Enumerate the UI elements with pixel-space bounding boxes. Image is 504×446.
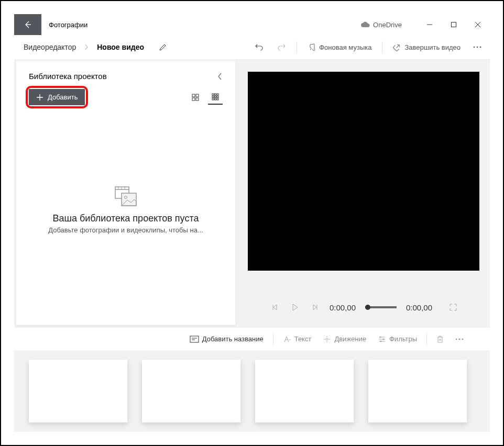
- storyboard-slot[interactable]: [29, 360, 127, 422]
- svg-rect-9: [196, 98, 199, 101]
- grid-large-button[interactable]: [188, 90, 203, 105]
- export-icon: [393, 43, 401, 51]
- grid-small-button[interactable]: [208, 90, 223, 105]
- cloud-icon: [360, 21, 370, 28]
- text-button[interactable]: Текст: [279, 333, 316, 345]
- ellipsis-icon: [455, 338, 464, 340]
- svg-rect-2: [452, 23, 456, 27]
- maximize-icon: [451, 21, 457, 28]
- redo-icon: [277, 42, 286, 52]
- app-window: Фотографии OneDrive Видеоредактор Новое …: [14, 14, 490, 432]
- library-title: Библиотека проектов: [29, 72, 107, 81]
- separator: [273, 333, 273, 345]
- more-button[interactable]: [469, 39, 486, 55]
- svg-rect-17: [215, 98, 216, 100]
- finish-video-button[interactable]: Завершить видео: [389, 40, 465, 54]
- plus-icon: [36, 94, 43, 101]
- empty-subtitle: Добавьте фотографии и видеоклипы, чтобы …: [48, 226, 203, 234]
- minimize-button[interactable]: [418, 14, 442, 35]
- breadcrumb-root[interactable]: Видеоредактор: [20, 41, 79, 53]
- breadcrumb: Видеоредактор Новое видео: [20, 41, 167, 53]
- undo-button[interactable]: [250, 39, 268, 55]
- step-back-icon: [272, 304, 278, 310]
- prev-frame-button[interactable]: [270, 302, 280, 313]
- onedrive-button[interactable]: OneDrive: [360, 21, 402, 29]
- svg-rect-13: [212, 96, 214, 97]
- storyboard[interactable]: [14, 350, 490, 432]
- app-title: Фотографии: [49, 21, 87, 29]
- svg-point-38: [462, 338, 464, 340]
- svg-rect-8: [192, 98, 195, 101]
- separator: [382, 41, 382, 53]
- close-icon: [475, 21, 481, 28]
- grid-small-icon: [212, 93, 219, 101]
- storyboard-slot[interactable]: [255, 360, 354, 422]
- next-frame-button[interactable]: [310, 302, 320, 313]
- chevron-left-icon: [217, 73, 223, 80]
- filters-button[interactable]: Фильтры: [374, 333, 421, 345]
- chevron-right-icon: [84, 44, 89, 50]
- svg-point-4: [477, 47, 478, 48]
- back-button[interactable]: [14, 14, 41, 35]
- svg-rect-6: [192, 94, 195, 97]
- music-label: Фоновая музыка: [319, 43, 371, 51]
- svg-point-3: [474, 47, 475, 48]
- redo-button[interactable]: [272, 39, 290, 55]
- storyboard-more-button[interactable]: [451, 331, 468, 348]
- play-button[interactable]: [290, 302, 300, 313]
- svg-rect-14: [215, 96, 216, 97]
- svg-rect-18: [217, 98, 218, 100]
- add-title-card-button[interactable]: Добавить название: [185, 333, 268, 345]
- ellipsis-icon: [473, 46, 481, 48]
- edit-title-button[interactable]: [159, 43, 167, 51]
- play-icon: [292, 304, 298, 311]
- breadcrumb-current[interactable]: Новое видео: [94, 41, 147, 53]
- svg-point-36: [456, 338, 457, 340]
- close-button[interactable]: [466, 14, 490, 35]
- maximize-button[interactable]: [442, 14, 466, 35]
- svg-rect-16: [212, 98, 214, 100]
- text-icon: [283, 336, 291, 343]
- command-bar: Видеоредактор Новое видео Фоновая музыка: [14, 35, 490, 59]
- svg-rect-10: [212, 94, 214, 95]
- add-button[interactable]: Добавить: [29, 89, 85, 105]
- undo-icon: [255, 42, 264, 52]
- empty-media-icon: [114, 186, 137, 207]
- motion-button[interactable]: Движение: [319, 333, 370, 345]
- add-title-label: Добавить название: [202, 335, 264, 343]
- titlebar: Фотографии OneDrive: [14, 14, 490, 35]
- svg-rect-7: [196, 94, 199, 97]
- current-time: 0:00,00: [330, 303, 356, 312]
- seek-bar[interactable]: [365, 306, 397, 308]
- music-icon: [308, 43, 316, 51]
- storyboard-slot[interactable]: [368, 360, 467, 422]
- separator: [426, 333, 427, 345]
- video-preview[interactable]: [248, 72, 479, 271]
- delete-button[interactable]: [432, 333, 448, 345]
- player-controls: 0:00,00 0:00,00: [248, 292, 479, 323]
- background-music-button[interactable]: Фоновая музыка: [303, 40, 376, 54]
- filters-icon: [378, 336, 386, 343]
- empty-state: Ваша библиотека проектов пуста Добавьте …: [29, 105, 223, 315]
- onedrive-label: OneDrive: [373, 21, 402, 29]
- empty-title: Ваша библиотека проектов пуста: [53, 213, 199, 224]
- main-area: Библиотека проектов Добавить: [14, 59, 490, 327]
- fullscreen-button[interactable]: [449, 303, 457, 311]
- motion-label: Движение: [334, 335, 366, 343]
- svg-point-35: [380, 340, 381, 342]
- svg-rect-11: [215, 94, 216, 95]
- minimize-icon: [426, 21, 433, 28]
- collapse-button[interactable]: [217, 73, 223, 80]
- svg-point-33: [379, 336, 381, 338]
- svg-point-29: [326, 338, 328, 340]
- add-label: Добавить: [48, 93, 78, 101]
- pencil-icon: [159, 43, 167, 51]
- svg-point-34: [382, 338, 384, 340]
- finish-label: Завершить видео: [404, 43, 461, 51]
- svg-point-5: [480, 47, 481, 48]
- arrow-left-icon: [24, 20, 32, 29]
- storyboard-slot[interactable]: [142, 360, 240, 422]
- title-card-icon: [190, 336, 199, 343]
- grid-large-icon: [192, 94, 199, 101]
- motion-icon: [323, 335, 331, 343]
